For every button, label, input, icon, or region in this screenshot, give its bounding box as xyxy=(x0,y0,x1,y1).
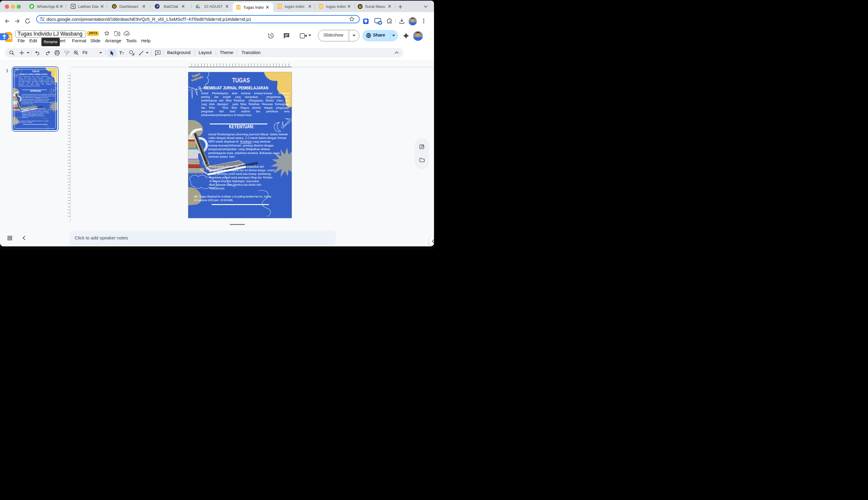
svg-text:T: T xyxy=(119,50,122,55)
svg-text:T: T xyxy=(122,52,124,55)
svg-text:N: N xyxy=(72,4,74,8)
